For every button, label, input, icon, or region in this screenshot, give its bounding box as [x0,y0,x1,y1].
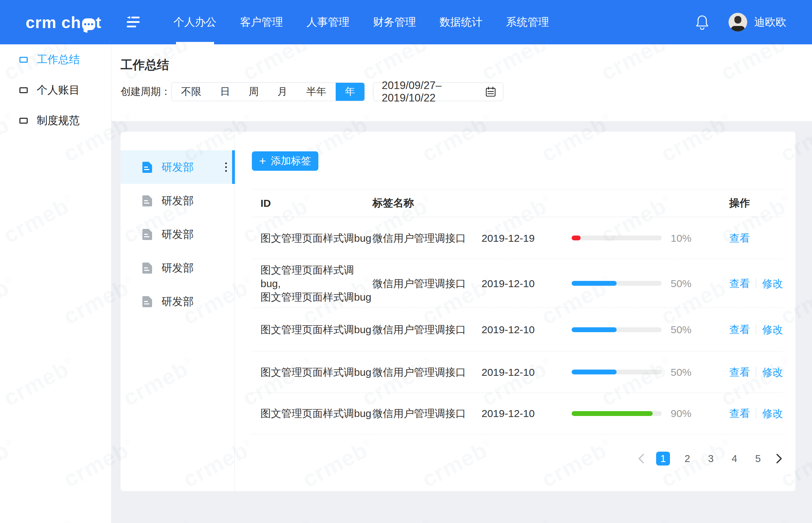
period-unlimited[interactable]: 不限 [172,83,211,101]
view-link[interactable]: 查看 [729,323,750,336]
main-content: 工作总结 创建周期： 不限 日 周 月 半年 年 2019/09/27–2019… [112,44,812,523]
table-row: 图文管理页面样式调bug 微信用户管理调接口 2019-12-10 90% 查看… [252,393,783,434]
sidebar-item-work-summary[interactable]: 工作总结 [0,44,111,75]
logo-text-right: t [96,14,102,30]
page-header: 工作总结 创建周期： 不限 日 周 月 半年 年 2019/09/27–2019… [112,44,812,121]
logo-text-left: crm ch [26,14,81,30]
document-icon [142,262,152,274]
sidebar-item-personal-account[interactable]: 个人账目 [0,75,111,105]
main-nav: 个人办公 客户管理 人事管理 财务管理 数据统计 系统管理 [162,0,561,44]
progress-track [572,370,662,374]
cell-date: 2019-12-10 [482,323,572,336]
progress-track [572,411,662,416]
page-4[interactable]: 4 [728,453,741,464]
period-week[interactable]: 周 [239,83,268,101]
page-1[interactable]: 1 [656,452,670,466]
period-year[interactable]: 年 [336,83,364,101]
cell-id: 图文管理页面样式调bug [261,231,372,245]
group-item-rd-dept[interactable]: 研发部 [121,184,235,218]
nav-item-hr-mgmt[interactable]: 人事管理 [295,0,361,44]
period-half-year[interactable]: 半年 [297,83,336,101]
progress-fill [572,327,617,332]
notification-bell-icon[interactable] [695,15,709,30]
table-header: ID 标签名称 操作 [252,189,783,217]
top-navbar: crm ch t 个人办公 客户管理 人事管理 财务管理 数据统计 系统管理 迪… [0,0,812,44]
page-2[interactable]: 2 [681,453,694,464]
nav-item-customer-mgmt[interactable]: 客户管理 [228,0,295,44]
progress-percent: 50% [671,323,691,336]
document-icon [142,195,152,207]
document-icon [142,229,152,240]
progress-track [572,327,662,332]
table-row: 图文管理页面样式调bug 微信用户管理调接口 2019-12-10 50% 查看… [252,352,783,393]
app-logo: crm ch t [26,14,102,30]
progress-cell: 50% [572,365,729,379]
user-name[interactable]: 迪欧欧 [754,15,786,29]
date-range-value: 2019/09/27–2019/10/22 [382,79,485,104]
edit-link[interactable]: 修改 [762,323,783,336]
view-link[interactable]: 查看 [729,231,750,245]
frame-icon [19,57,28,63]
more-actions-icon[interactable] [225,162,227,172]
add-tag-button[interactable]: + 添加标签 [252,151,318,171]
sidebar-item-rules[interactable]: 制度规范 [0,105,111,136]
col-id: ID [261,197,372,209]
action-divider [756,367,756,377]
cell-id: 图文管理页面样式调bug [261,365,372,379]
period-month[interactable]: 月 [268,83,297,101]
nav-item-personal-office[interactable]: 个人办公 [162,0,228,44]
cell-id: 图文管理页面样式调bug, 图文管理页面样式调bug [261,263,372,304]
view-link[interactable]: 查看 [729,365,750,379]
plus-icon: + [259,155,266,167]
progress-fill [572,370,617,374]
action-divider [756,408,756,419]
navbar-right: 迪欧欧 [695,13,786,32]
nav-item-finance-mgmt[interactable]: 财务管理 [361,0,428,44]
page-title: 工作总结 [121,57,812,73]
page-5[interactable]: 5 [752,453,764,464]
edit-link[interactable]: 修改 [762,365,783,379]
work-area: 研发部 研发部 研发部 [112,121,812,491]
cell-tag-name: 微信用户管理调接口 [372,365,482,379]
cell-tag-name: 微信用户管理调接口 [372,277,482,290]
edit-link[interactable]: 修改 [762,277,783,290]
nav-item-data-stats[interactable]: 数据统计 [428,0,494,44]
view-link[interactable]: 查看 [729,407,750,420]
frame-icon [19,118,28,124]
group-item-rd-dept[interactable]: 研发部 [121,285,235,318]
user-avatar[interactable] [729,13,747,32]
next-page-icon[interactable] [775,453,783,464]
period-day[interactable]: 日 [211,83,239,101]
menu-collapse-icon[interactable] [126,15,142,29]
frame-icon [19,87,28,93]
date-range-picker[interactable]: 2019/09/27–2019/10/22 [373,82,503,101]
progress-percent: 90% [671,407,691,420]
table-row: 图文管理页面样式调bug 微信用户管理调接口 2019-12-10 50% 查看… [252,308,783,352]
progress-cell: 50% [572,323,729,336]
col-tag-name: 标签名称 [372,196,482,210]
view-link[interactable]: 查看 [729,277,750,290]
edit-link[interactable]: 修改 [762,407,783,420]
cell-date: 2019-12-10 [482,407,572,420]
filter-label: 创建周期： [121,85,171,99]
progress-cell: 10% [572,231,729,245]
prev-page-icon[interactable] [637,453,645,464]
col-action: 操作 [729,196,783,210]
left-sidebar: 工作总结 个人账目 制度规范 [0,44,112,523]
group-item-rd-dept[interactable]: 研发部 [121,150,235,184]
cell-date: 2019-12-10 [482,277,572,290]
group-panel: 研发部 研发部 研发部 [121,132,235,491]
nav-item-system-mgmt[interactable]: 系统管理 [494,0,561,44]
page-3[interactable]: 3 [705,453,717,464]
cell-date: 2019-12-10 [482,365,572,379]
filter-row: 创建周期： 不限 日 周 月 半年 年 2019/09/27–2019/10/2… [121,82,812,101]
table-row: 图文管理页面样式调bug 微信用户管理调接口 2019-12-19 10% 查看 [252,217,783,259]
cell-tag-name: 微信用户管理调接口 [372,323,482,336]
group-item-rd-dept[interactable]: 研发部 [121,251,235,285]
progress-fill [572,236,581,240]
progress-percent: 50% [671,365,691,379]
progress-percent: 50% [671,277,691,290]
group-item-rd-dept[interactable]: 研发部 [121,218,235,251]
cell-date: 2019-12-19 [482,231,572,245]
action-divider [756,278,756,289]
